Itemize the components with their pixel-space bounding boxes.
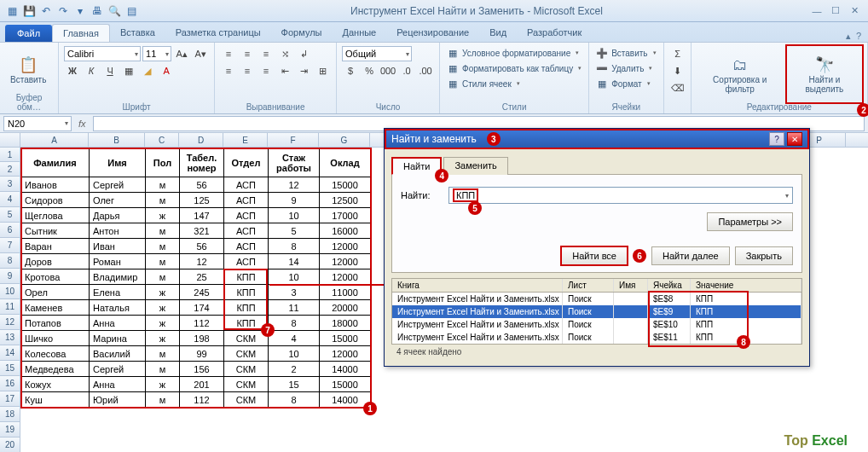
save-icon[interactable]: 💾 xyxy=(22,4,36,18)
table-cell[interactable]: 25 xyxy=(180,269,224,285)
tab-find[interactable]: Найти 4 xyxy=(391,157,442,175)
maximize-icon[interactable]: ☐ xyxy=(829,5,842,17)
column-header[interactable]: Q xyxy=(846,133,868,148)
table-cell[interactable]: Владимир xyxy=(90,269,146,285)
table-cell[interactable]: Юрий xyxy=(90,392,146,408)
table-cell[interactable]: АСП xyxy=(224,208,269,223)
qat-icon[interactable]: ▾ xyxy=(73,4,87,18)
table-cell[interactable]: м xyxy=(146,392,180,408)
table-cell[interactable]: АСП xyxy=(224,223,269,239)
row-header[interactable]: 1 xyxy=(0,148,20,162)
shrink-font-icon[interactable]: A▾ xyxy=(192,46,209,61)
table-cell[interactable]: 321 xyxy=(180,223,224,239)
results-list[interactable]: Книга Лист Имя Ячейка Значение 8 Инструм… xyxy=(391,278,802,345)
table-cell[interactable]: 56 xyxy=(180,177,224,193)
table-cell[interactable]: 15000 xyxy=(320,377,371,392)
table-cell[interactable]: м xyxy=(146,254,180,269)
table-cell[interactable]: Каменев xyxy=(21,300,90,316)
column-header[interactable]: E xyxy=(223,133,268,148)
ribbon-tab[interactable]: Формулы xyxy=(271,24,333,42)
border-button[interactable]: ▦ xyxy=(120,63,137,78)
table-cell[interactable]: ж xyxy=(146,331,180,346)
wrap-text-icon[interactable]: ↲ xyxy=(295,46,312,61)
underline-button[interactable]: Ч xyxy=(101,63,119,78)
align-top-icon[interactable]: ≡ xyxy=(220,46,237,61)
table-cell[interactable]: Варан xyxy=(21,239,90,254)
fill-color-button[interactable]: ◢ xyxy=(139,63,156,78)
table-cell[interactable]: 12 xyxy=(269,177,320,193)
comma-icon[interactable]: 000 xyxy=(379,63,396,78)
row-header[interactable]: 7 xyxy=(0,238,20,253)
table-cell[interactable]: АСП xyxy=(224,254,269,269)
table-cell[interactable]: Шичко xyxy=(21,331,90,346)
row-header[interactable]: 13 xyxy=(0,330,20,345)
table-cell[interactable]: КПП xyxy=(224,300,269,316)
params-button[interactable]: Параметры >> xyxy=(707,212,793,231)
result-row[interactable]: Инструмент Excel Найти и Заменить.xlsxПо… xyxy=(392,318,801,331)
row-header[interactable]: 15 xyxy=(0,361,20,376)
format-cells-button[interactable]: ▦Формат xyxy=(594,77,657,90)
redo-icon[interactable]: ↷ xyxy=(56,4,70,18)
name-box[interactable]: N20 xyxy=(3,116,72,131)
table-cell[interactable]: 156 xyxy=(180,362,224,377)
table-cell[interactable]: м xyxy=(146,193,180,208)
table-cell[interactable]: 5 xyxy=(269,223,320,239)
table-cell[interactable]: СКМ xyxy=(224,346,269,362)
dec-dec-icon[interactable]: .00 xyxy=(417,63,434,78)
table-cell[interactable]: Марина xyxy=(90,331,146,346)
insert-cells-button[interactable]: ➕Вставить xyxy=(594,46,657,60)
table-cell[interactable]: 11000 xyxy=(320,285,371,300)
table-cell[interactable]: 12000 xyxy=(320,239,371,254)
table-cell[interactable]: Орел xyxy=(21,285,90,300)
table-cell[interactable]: Сергей xyxy=(90,362,146,377)
table-cell[interactable]: Иванов xyxy=(21,177,90,193)
paste-button[interactable]: 📋 Вставить xyxy=(5,46,51,93)
indent-inc-icon[interactable]: ⇥ xyxy=(295,63,312,78)
table-cell[interactable]: 9 xyxy=(269,193,320,208)
font-size-combo[interactable]: 11 xyxy=(142,46,171,61)
fill-icon[interactable]: ⬇ xyxy=(669,63,686,78)
row-header[interactable]: 8 xyxy=(0,253,20,269)
cells-area[interactable]: ФамилияИмяПолТабел. номерОтделСтаж работ… xyxy=(20,148,371,408)
table-cell[interactable]: 8 xyxy=(269,392,320,408)
table-cell[interactable]: 12000 xyxy=(320,254,371,269)
fx-icon[interactable]: fx xyxy=(72,119,93,129)
table-cell[interactable]: ж xyxy=(146,300,180,316)
table-cell[interactable]: 20000 xyxy=(320,300,371,316)
format-table-button[interactable]: ▦Форматировать как таблицу xyxy=(445,61,583,75)
table-cell[interactable]: Щеглова xyxy=(21,208,90,223)
select-all-corner[interactable] xyxy=(0,133,20,148)
cond-format-button[interactable]: ▦Условное форматирование xyxy=(445,46,583,60)
table-cell[interactable]: м xyxy=(146,269,180,285)
find-next-button[interactable]: Найти далее xyxy=(651,246,730,265)
table-cell[interactable]: 15000 xyxy=(320,331,371,346)
table-cell[interactable]: 14000 xyxy=(320,392,371,408)
orientation-icon[interactable]: ⤭ xyxy=(276,46,293,61)
indent-dec-icon[interactable]: ⇤ xyxy=(276,63,293,78)
qat-icon[interactable]: ▤ xyxy=(124,4,138,18)
table-cell[interactable]: 56 xyxy=(180,239,224,254)
row-header[interactable]: 9 xyxy=(0,269,20,284)
close-button[interactable]: Закрыть xyxy=(735,246,793,265)
autosum-icon[interactable]: Σ xyxy=(669,46,686,61)
table-cell[interactable]: Кожух xyxy=(21,377,90,392)
italic-button[interactable]: К xyxy=(83,63,100,78)
table-cell[interactable]: 14 xyxy=(269,254,320,269)
ribbon-tab[interactable]: Разработчик xyxy=(517,24,592,42)
table-cell[interactable]: 15000 xyxy=(320,177,371,193)
undo-icon[interactable]: ↶ xyxy=(39,4,53,18)
table-cell[interactable]: 12 xyxy=(180,254,224,269)
file-tab[interactable]: Файл xyxy=(5,25,52,42)
dialog-close-icon[interactable]: ✕ xyxy=(787,132,802,146)
column-header[interactable]: A xyxy=(20,133,89,148)
table-cell[interactable]: м xyxy=(146,177,180,193)
result-row[interactable]: Инструмент Excel Найти и Заменить.xlsxПо… xyxy=(392,293,801,305)
table-cell[interactable]: 174 xyxy=(180,300,224,316)
row-header[interactable]: 4 xyxy=(0,192,20,207)
table-cell[interactable]: 147 xyxy=(180,208,224,223)
table-cell[interactable]: 2 xyxy=(269,362,320,377)
align-left-icon[interactable]: ≡ xyxy=(220,63,237,78)
row-header[interactable]: 18 xyxy=(0,407,20,422)
table-cell[interactable]: АСП xyxy=(224,239,269,254)
result-row[interactable]: Инструмент Excel Найти и Заменить.xlsxПо… xyxy=(392,305,801,318)
